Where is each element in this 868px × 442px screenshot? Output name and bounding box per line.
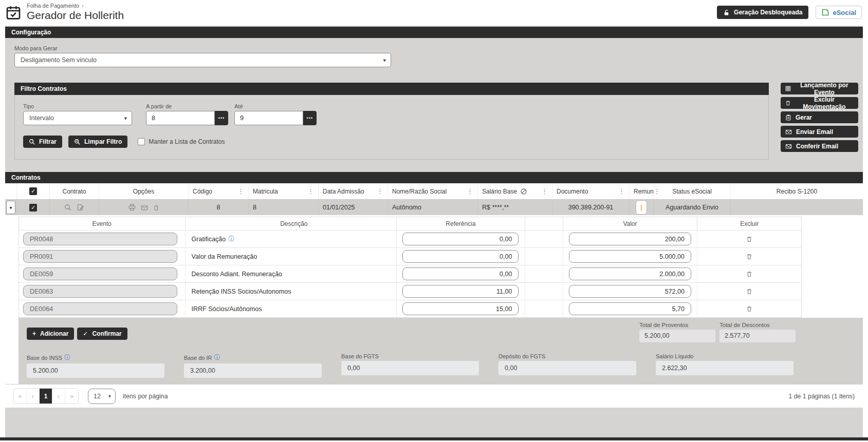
from-input[interactable] [146, 111, 215, 125]
filtrar-button[interactable]: Filtrar [23, 136, 62, 148]
descricao-text: Gratificação [192, 236, 226, 243]
lancamento-por-evento-button[interactable]: Lançamento por Evento [781, 83, 858, 94]
trash-icon[interactable] [153, 204, 159, 211]
prev-page-button[interactable]: ‹ [27, 389, 40, 403]
last-page-button[interactable]: » [65, 389, 78, 403]
first-page-button[interactable]: « [14, 389, 27, 403]
column-menu-icon[interactable]: ⋮ [237, 187, 244, 195]
col-salario-base-label: Salário Base [482, 188, 517, 195]
chevron-down-icon: ▾ [108, 393, 111, 399]
info-icon[interactable]: ⓘ [214, 353, 220, 362]
action-stack: Lançamento por Evento Excluir Movimentaç… [781, 83, 858, 152]
col-data-admissao[interactable]: Data Admissão ⋮ [319, 183, 388, 199]
descricao-text: IRRF Sócios/Autônomos [192, 305, 262, 313]
breadcrumb-item[interactable]: Folha de Pagamento [27, 3, 79, 9]
excluir-movimentacao-label: Excluir Movimentação [795, 96, 854, 110]
keep-list-checkbox[interactable] [138, 138, 145, 145]
column-menu-icon[interactable]: ⋮ [377, 187, 383, 195]
generation-unlocked-button[interactable]: Geração Desbloqueada [717, 6, 808, 19]
esocial-button[interactable]: eSocial [816, 6, 862, 19]
select-all-cell: ✓ [17, 183, 50, 199]
delete-event-button[interactable] [746, 236, 752, 242]
evento-input[interactable] [23, 267, 177, 280]
evento-input[interactable] [23, 302, 177, 315]
valor-input[interactable] [569, 302, 691, 315]
info-icon[interactable]: ⓘ [64, 353, 70, 362]
collapse-row-button[interactable]: ▾ [6, 201, 15, 214]
delete-event-button[interactable] [746, 253, 752, 260]
delete-event-button[interactable] [746, 305, 752, 312]
trash-icon [746, 288, 752, 295]
delete-event-button[interactable] [746, 271, 752, 277]
from-picker-button[interactable]: ••• [215, 111, 228, 125]
printer-icon[interactable] [128, 204, 136, 211]
column-menu-icon[interactable]: ⋮ [618, 187, 625, 195]
edit-document-icon[interactable] [77, 204, 84, 211]
valor-input[interactable] [569, 250, 691, 263]
filter-body: Tipo Intervalo ▾ A partir de ••• [14, 95, 769, 160]
col-nome[interactable]: Nome/Razão Social ⋮ [388, 183, 478, 199]
gerar-button[interactable]: Gerar [781, 111, 858, 123]
from-input-group: ••• [146, 111, 228, 125]
confirmar-button[interactable]: ✓ Confirmar [77, 328, 127, 340]
search-icon[interactable] [64, 204, 71, 211]
tipo-select[interactable]: Intervalo ▾ [23, 111, 132, 125]
referencia-input[interactable] [402, 267, 519, 280]
column-menu-icon[interactable]: ⋮ [467, 187, 473, 195]
delete-event-button[interactable] [746, 288, 752, 295]
total-proventos-label: Total de Proventos [639, 322, 715, 328]
col-documento[interactable]: Documento ⋮ [552, 183, 630, 199]
from-field: A partir de ••• [146, 103, 228, 125]
adicionar-button[interactable]: + Adicionar [27, 328, 74, 340]
modo-label: Modo para Gerar [14, 45, 863, 51]
col-salario-base[interactable]: Salário Base ⋮ [478, 183, 552, 199]
col-opcoes[interactable]: Opções [99, 183, 189, 199]
referencia-input[interactable] [402, 250, 519, 263]
col-status-esocial[interactable]: Status eSocial [654, 183, 731, 199]
to-picker-button[interactable]: ••• [303, 111, 317, 125]
to-input[interactable] [234, 111, 303, 125]
evento-input[interactable] [23, 233, 177, 245]
envelope-icon[interactable] [141, 204, 148, 211]
col-codigo[interactable]: Código ⋮ [189, 183, 249, 199]
eye-off-icon[interactable] [520, 188, 527, 195]
col-remun[interactable]: Remun ⋮ [630, 183, 654, 199]
section-contratos: Contratos [5, 172, 863, 183]
page-size-select[interactable]: 12 ▾ [88, 389, 116, 404]
remun-input[interactable]: | [636, 200, 647, 215]
col-recibo[interactable]: Recibo S-1200 [731, 183, 863, 199]
gerar-label: Gerar [796, 114, 812, 121]
referencia-input[interactable] [402, 233, 519, 245]
enviar-email-button[interactable]: Enviar Email [781, 126, 858, 138]
referencia-input[interactable] [402, 285, 519, 298]
valor-input[interactable] [569, 233, 691, 245]
excluir-movimentacao-button[interactable]: Excluir Movimentação [781, 97, 858, 109]
next-page-button[interactable]: › [52, 389, 65, 403]
event-row: Gratificaçãoⓘ [19, 230, 801, 248]
breadcrumb-separator: › [82, 3, 84, 9]
total-proventos-value: 5.200,00 [639, 330, 715, 342]
referencia-input[interactable] [402, 302, 519, 315]
row-checkbox[interactable]: ✓ [29, 204, 37, 212]
check-icon: ✓ [83, 330, 88, 337]
bases-row: Base do INSSⓘ 5.200,00 Base do IRⓘ 3.200… [27, 353, 793, 378]
column-menu-icon[interactable]: ⋮ [541, 187, 548, 195]
base-ir-value: 3.200,00 [184, 363, 322, 378]
event-row: Retenção INSS Socios/Autonomos [19, 283, 801, 300]
filter-fields: Tipo Intervalo ▾ A partir de ••• [23, 103, 760, 125]
limpar-filtro-button[interactable]: Limpar Filtro [68, 136, 127, 148]
col-matricula[interactable]: Matricula ⋮ [249, 183, 319, 199]
evento-input[interactable] [23, 285, 177, 298]
info-icon[interactable]: ⓘ [228, 235, 234, 243]
select-all-checkbox[interactable]: ✓ [29, 187, 37, 195]
col-contrato[interactable]: Contrato [50, 183, 99, 199]
evento-input[interactable] [23, 250, 177, 263]
conferir-email-button[interactable]: Conferir Email [781, 140, 858, 152]
column-menu-icon[interactable]: ⋮ [307, 187, 314, 195]
filter-panel: Filtro Contratos Tipo Intervalo ▾ A part… [14, 83, 769, 160]
valor-input[interactable] [569, 267, 691, 280]
modo-select[interactable]: Desligamento Sem vinculo ▾ [14, 53, 391, 67]
valor-input[interactable] [569, 285, 691, 298]
current-page-button[interactable]: 1 [40, 389, 52, 403]
clipboard-icon [785, 114, 791, 121]
